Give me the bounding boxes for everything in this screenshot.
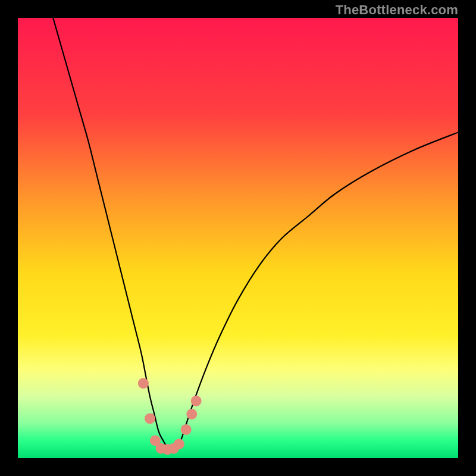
curve-dot bbox=[174, 439, 184, 449]
curve-dot bbox=[138, 378, 149, 389]
curve-dot bbox=[186, 409, 197, 419]
chart-svg bbox=[18, 18, 458, 458]
chart-frame: TheBottleneck.com bbox=[0, 0, 476, 476]
plot-area bbox=[18, 18, 458, 458]
curve-dot bbox=[145, 413, 155, 424]
watermark-text: TheBottleneck.com bbox=[336, 2, 458, 18]
curve-dot bbox=[191, 396, 202, 406]
curve-dot bbox=[181, 424, 192, 435]
gradient-background bbox=[18, 18, 458, 458]
